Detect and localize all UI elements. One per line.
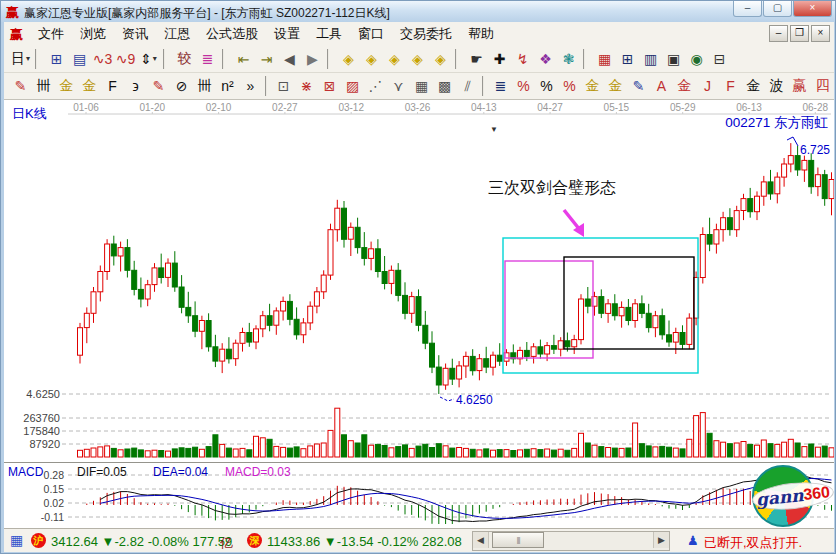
menu-item-7[interactable]: 窗口 [350,25,392,43]
menu-item-3[interactable]: 江恩 [156,25,198,43]
gann360-logo: gann360 [744,463,834,529]
low-price-label: 4.6250 [456,393,493,407]
market-table-icon[interactable]: ▦ [10,533,23,547]
first-bar-icon[interactable]: ⇤ [232,48,255,70]
candle-pen-icon[interactable]: ✎ [627,75,650,97]
scroll-right-arrow[interactable]: ▶ [653,532,669,548]
wave-3-icon[interactable]: ∿3 [91,48,114,70]
v-lines-icon[interactable]: ⋎ [387,75,410,97]
volume-profile-icon[interactable]: ≣ [196,48,219,70]
mdi-close-button[interactable]: × [811,25,830,42]
date-tick-label: 02-27 [272,102,298,113]
minimize-button[interactable]: – [733,1,762,17]
mdi-minimize-button[interactable]: – [769,25,788,42]
toolbar-separator [455,49,462,69]
gold-2-angle-icon[interactable]: 金 [742,75,765,97]
macd-scale-label: 0.15 [44,483,65,495]
cycle-tool-icon[interactable]: ❃ [557,48,580,70]
gold-ratio-icon[interactable]: 金 [55,75,78,97]
four-angle-icon[interactable]: 四 [811,75,834,97]
calculator-icon[interactable]: ⊞ [616,48,639,70]
horizontal-scrollbar[interactable]: ◀ ||| ▶ [472,531,670,551]
matrix-icon[interactable]: ▦ [410,75,433,97]
gann-tool-icon[interactable]: ❖ [534,48,557,70]
wave-angle-icon[interactable]: 波 [765,75,788,97]
notepad-icon[interactable]: ▥ [639,48,662,70]
close-button[interactable]: × [793,1,832,17]
draw-pen-icon[interactable]: ✎ [9,75,32,97]
percent-strike-icon[interactable]: % [512,75,535,97]
f-angle-icon[interactable]: F [719,75,742,97]
save-icon[interactable]: ▣ [662,48,685,70]
prev-bar-icon[interactable]: ◀ [278,48,301,70]
fan-lines-icon[interactable]: ⋇ [295,75,318,97]
kline-period-icon[interactable]: 日▾ [9,48,32,70]
gann-diamond-3-icon[interactable]: ◈ [383,48,406,70]
hand-tool-icon[interactable]: ☛ [465,48,488,70]
wave-9-icon[interactable]: ∿9 [114,48,137,70]
menu-item-4[interactable]: 公式选股 [198,25,266,43]
gold-lines-icon[interactable]: 金 [604,75,627,97]
macd-chart[interactable]: 0.280.150.02-0.11MACDDIF=0.05DEA=0.04MAC… [4,463,834,528]
fibonacci-icon[interactable]: F [101,75,124,97]
market-window-icon[interactable]: ⊞ [45,48,68,70]
gold-angle-icon[interactable]: 金 [673,75,696,97]
info-board-icon[interactable]: ▤ [68,48,91,70]
mdi-window-controls: –❐× [769,25,830,42]
time-cycle-icon[interactable]: ⊘ [170,75,193,97]
pen-grid-icon[interactable]: ✎ [147,75,170,97]
fan-box-icon[interactable]: ⊠ [318,75,341,97]
parallel-icon[interactable]: ⫽ [456,75,479,97]
percent-lines-icon[interactable]: % [558,75,581,97]
box-tool-icon[interactable]: ⊡ [272,75,295,97]
grid-box-icon[interactable]: ▨ [341,75,364,97]
win-angle-icon[interactable]: 赢 [788,75,811,97]
maximize-button[interactable]: ▢ [763,1,792,17]
indicator-icon[interactable]: ≣ [489,75,512,97]
mdi-restore-button[interactable]: ❐ [790,25,809,42]
web-icon[interactable]: ◉ [685,48,708,70]
menu-item-8[interactable]: 交易委托 [392,25,460,43]
next-bar-icon[interactable]: ▶ [301,48,324,70]
menu-item-6[interactable]: 工具 [308,25,350,43]
wave-a-icon[interactable]: A [650,75,673,97]
print-icon[interactable]: ⊟ [708,48,731,70]
more-tools-icon[interactable]: » [239,75,262,97]
gann-diamond-2-icon[interactable]: ◈ [360,48,383,70]
crosshair-tool-icon[interactable]: ✚ [488,48,511,70]
date-tick-label: 04-27 [537,102,563,113]
macd-dif-value: DIF=0.05 [77,465,127,479]
compare-icon[interactable]: 较 [173,48,196,70]
scroll-left-arrow[interactable]: ◀ [473,532,489,548]
connection-status[interactable]: 已断开,双点打开. [704,534,802,552]
menu-item-9[interactable]: 帮助 [460,25,502,43]
gann360-text-gann: gann [755,485,804,510]
ruler-grid-icon[interactable]: 卌 [32,75,55,97]
menu-item-5[interactable]: 设置 [266,25,308,43]
gold-ratio-2-icon[interactable]: 金 [78,75,101,97]
calendar-icon[interactable]: ▦ [593,48,616,70]
dropdown-caret-icon: ▾ [153,54,157,63]
menu-item-0[interactable]: 文件 [30,25,72,43]
candle-type-icon[interactable]: ⇕▾ [137,48,160,70]
menu-item-2[interactable]: 资讯 [114,25,156,43]
gann-diamond-4-icon[interactable]: ◈ [406,48,429,70]
gann-diamond-5-icon[interactable]: ◈ [429,48,452,70]
spiral-icon[interactable]: ϶ [124,75,147,97]
kline-chart[interactable]: 01-0601-2002-1002-2703-1203-2604-1304-27… [4,100,834,462]
gann-diamond-1-icon[interactable]: ◈ [337,48,360,70]
menu-item-1[interactable]: 浏览 [72,25,114,43]
angle-lines-icon[interactable]: ⋰ [364,75,387,97]
macd-scale-label: 0.02 [44,497,65,509]
gold-circle-icon[interactable]: 金 [581,75,604,97]
trendline-tool-icon[interactable]: ↯ [511,48,534,70]
matrix-2-icon[interactable]: ▩ [433,75,456,97]
j-angle-icon[interactable]: J [696,75,719,97]
toolbar-separator [35,49,42,69]
percent-icon[interactable]: % [535,75,558,97]
toolbar-separator [265,76,269,96]
n-squared-icon[interactable]: n² [216,75,239,97]
scroll-thumb[interactable]: ||| [492,532,544,548]
last-bar-icon[interactable]: ⇥ [255,48,278,70]
grid-2-icon[interactable]: 卌 [193,75,216,97]
